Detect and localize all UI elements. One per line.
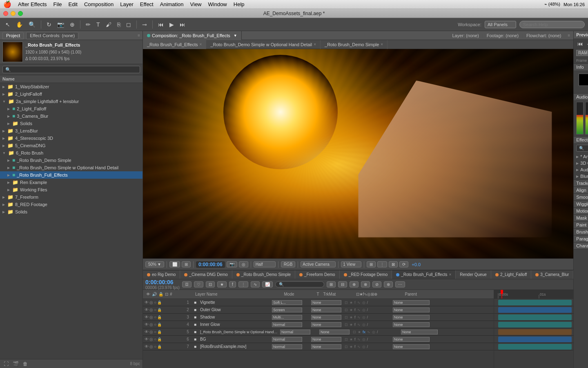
search-help-input[interactable]	[519, 21, 585, 28]
layer-audio[interactable]: ◎	[149, 315, 153, 319]
effect-category-animation[interactable]: ▶ * Animation Presets	[574, 153, 588, 160]
sw-blend[interactable]: /	[366, 337, 369, 341]
layer-solo[interactable]: ○	[154, 337, 156, 341]
sw-eff[interactable]: ★	[349, 308, 354, 312]
layer-visibility[interactable]: 👁	[145, 344, 149, 349]
viewer-tab-roto-hand[interactable]: _Roto Brush_Demo Simple w Optional Hand …	[206, 40, 321, 49]
menu-edit[interactable]: Edit	[69, 1, 78, 7]
tl-btn-extra5[interactable]: ⊘	[372, 281, 381, 287]
minimize-button[interactable]	[11, 11, 16, 16]
effects-header[interactable]: Effects & Presets × ≡	[574, 137, 588, 143]
list-item[interactable]: ▶ 📁 3_LensBlur	[0, 127, 143, 135]
tab-project[interactable]: Project	[2, 32, 24, 39]
camera-btn[interactable]: 📷	[227, 261, 237, 267]
list-item[interactable]: ▶ 📁 1_WarpStabilizer	[0, 83, 143, 90]
timecode-display[interactable]: 0:00:00:06	[196, 261, 225, 268]
smoother-header[interactable]: Smoother × ≡	[574, 194, 588, 200]
layer-lock[interactable]: 🔒	[157, 315, 162, 319]
viewer-tab-close[interactable]: ×	[200, 42, 202, 47]
layer-mode-select[interactable]: Normal	[280, 330, 310, 334]
layer-mode-col[interactable]: Normal	[272, 344, 305, 349]
list-item[interactable]: ▶ ■ 3_Camera_Blur	[0, 112, 143, 120]
zoom-tool[interactable]: 🔍	[27, 20, 38, 29]
menu-after-effects[interactable]: After Effects	[18, 1, 47, 7]
layer-parent-select[interactable]: None	[401, 330, 438, 334]
sw-mb[interactable]: ∿	[366, 330, 371, 334]
draft-btn[interactable]: ⟳	[399, 261, 408, 267]
list-item[interactable]: ▶ 📁 Working Files	[0, 186, 143, 193]
layer-mode-select[interactable]: Multi...	[272, 315, 302, 320]
tl-collapse[interactable]: ⊡	[206, 281, 215, 287]
tl-frame-blend[interactable]: ⋮	[238, 281, 248, 287]
selection-tool[interactable]: ↖	[3, 20, 12, 29]
list-item[interactable]: ▶ 📁 Solids	[0, 208, 143, 215]
layer-parent-select[interactable]: None	[393, 300, 430, 305]
sw-col[interactable]: ⊡	[344, 345, 349, 349]
list-item[interactable]: ▶ ■ 2_Light_Falloff	[0, 105, 143, 112]
mask-interp-header[interactable]: Mask Interpolation × ≡	[574, 215, 588, 221]
layer-parent-select[interactable]: None	[393, 307, 430, 312]
workspace-dropdown[interactable]: All Panels	[485, 21, 516, 28]
tl-solo-all[interactable]: ☲	[182, 281, 192, 287]
menu-view[interactable]: View	[190, 1, 202, 7]
list-item[interactable]: ▶ ■ _Roto Brush_Demo Simple	[0, 157, 143, 164]
list-item[interactable]: ▶ 📁 4_Stereoscopic 3D	[0, 135, 143, 142]
layer-lock[interactable]: 🔒	[157, 301, 162, 305]
align-header[interactable]: Align × ≡	[574, 187, 588, 193]
tab-effect-controls[interactable]: Effect Controls: (none)	[26, 32, 78, 39]
tl-shy[interactable]: ♡	[194, 281, 203, 287]
tl-quality[interactable]: ★	[217, 281, 227, 287]
tl-tab-eorig[interactable]: eo Rig Demo	[143, 270, 180, 279]
tl-btn-extra3[interactable]: ⊕	[350, 281, 359, 287]
info-header[interactable]: Info × ≡	[574, 64, 588, 70]
menu-animation[interactable]: Animation	[160, 1, 184, 7]
audio-header[interactable]: Audio × ≡	[574, 94, 588, 100]
layer-parent-select[interactable]: None	[393, 315, 430, 320]
layer-solo[interactable]: ○	[154, 330, 156, 334]
sw-eff[interactable]: ★	[349, 345, 354, 349]
effect-category-blur[interactable]: ▶ Blur & Sharpen	[574, 173, 588, 180]
layer-audio[interactable]: ◎	[149, 330, 153, 334]
pixel-btn[interactable]: ⊞	[182, 261, 191, 267]
character-header[interactable]: Character × ≡	[574, 242, 588, 249]
effect-category-3dchannel[interactable]: ▶ 3D Channel	[574, 160, 588, 166]
layer-visibility[interactable]: 👁	[145, 300, 149, 305]
sw-adj[interactable]: ◎	[361, 308, 366, 312]
views-dropdown[interactable]: 1 View	[341, 261, 361, 267]
layer-trkmat-select[interactable]: None	[311, 344, 341, 349]
tl-btn-extra7[interactable]: ⋯	[395, 281, 405, 287]
sw-mb[interactable]: ∿	[356, 315, 361, 319]
pan-tool[interactable]: ⊕	[68, 20, 77, 29]
sw-col[interactable]: ⊡	[352, 330, 357, 334]
layer-solo[interactable]: ○	[154, 315, 156, 319]
sw-mb[interactable]: ∿	[356, 323, 361, 327]
sw-adj[interactable]: ◎	[361, 345, 366, 349]
layer-solo[interactable]: ○	[154, 344, 156, 349]
layer-visibility[interactable]: 👁	[145, 322, 149, 327]
layer-audio[interactable]: ◎	[149, 307, 153, 312]
eraser-tool[interactable]: ◻	[124, 20, 133, 29]
layer-mode-select[interactable]: Normal	[272, 337, 302, 342]
layer-lock[interactable]: 🔒	[157, 308, 162, 312]
menu-help[interactable]: Help	[234, 1, 245, 7]
sw-fx[interactable]: fx	[362, 330, 366, 334]
tl-tab-freeform[interactable]: _Freeform Demo	[295, 270, 340, 279]
maximize-button[interactable]	[18, 11, 23, 16]
layer-solo[interactable]: ○	[154, 300, 156, 305]
layer-mode-select[interactable]: Normal	[272, 344, 302, 349]
layer-mode-select[interactable]: Normal	[272, 322, 302, 327]
brush-tool[interactable]: 🖌	[104, 20, 114, 29]
transport-play[interactable]: ▶	[167, 20, 176, 29]
sw-blend[interactable]: /	[376, 330, 379, 334]
layer-parent-col[interactable]: None	[393, 322, 494, 327]
left-panel-menu[interactable]: ≡	[138, 33, 140, 38]
layer-audio[interactable]: ◎	[149, 300, 153, 305]
list-item[interactable]: ▶ 📁 7_Freeform	[0, 193, 143, 201]
quality-dropdown[interactable]: Half Full Third Quarter	[254, 261, 276, 267]
layer-mode-select[interactable]: Soft L...	[272, 300, 302, 305]
tracker-header[interactable]: Tracker × ≡	[574, 180, 588, 186]
tl-timecode[interactable]: 0:00:00:06	[145, 279, 180, 285]
preview-prev-frame[interactable]: ◀	[586, 40, 588, 47]
sw-blend[interactable]: /	[366, 308, 369, 312]
preview-panel-header[interactable]: Preview × ≡	[574, 31, 588, 38]
